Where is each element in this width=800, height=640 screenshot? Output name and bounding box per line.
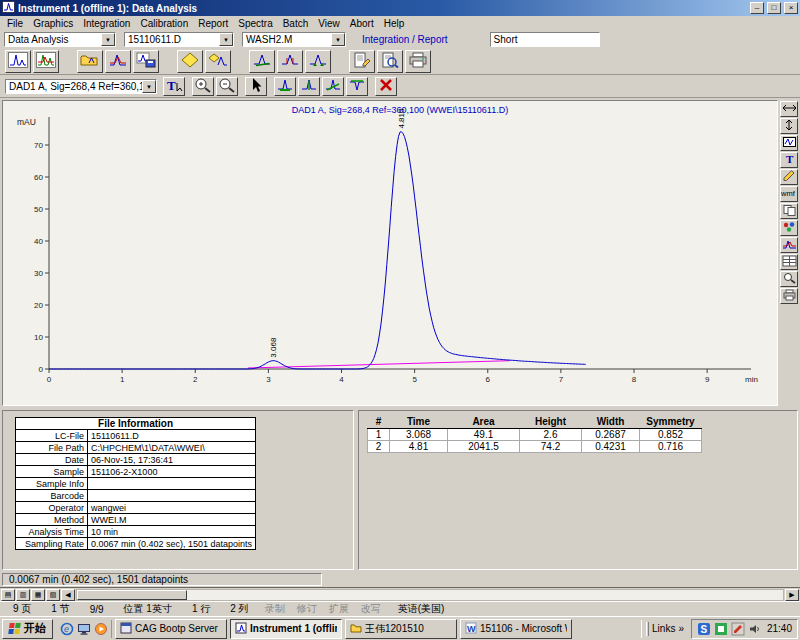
scrollbar-thumb[interactable] bbox=[77, 590, 187, 600]
method-selector[interactable]: WASH2.M ▼ bbox=[242, 32, 346, 47]
word-icon: W bbox=[465, 622, 477, 636]
table-row[interactable]: 13.06849.12.60.26870.852 bbox=[368, 428, 702, 440]
task-button[interactable]: 王伟1201510 bbox=[345, 619, 457, 639]
full-scale-button[interactable] bbox=[780, 135, 798, 151]
scroll-right-icon[interactable]: ▶ bbox=[785, 589, 799, 601]
menu-help[interactable]: Help bbox=[379, 18, 410, 29]
zoom-out-button[interactable] bbox=[216, 77, 238, 96]
word-status-toggle[interactable]: 录制 bbox=[260, 602, 290, 616]
report-style-field[interactable]: Short bbox=[490, 32, 600, 47]
menu-graphics[interactable]: Graphics bbox=[28, 18, 78, 29]
negative-peak-button[interactable] bbox=[346, 77, 368, 96]
palette-button[interactable] bbox=[780, 220, 798, 236]
word-scrollbar-strip: ▤ ▥ ▦ ▧ ◀ ▶ bbox=[0, 587, 800, 601]
word-status-item: 1 行 bbox=[183, 602, 219, 616]
chromatogram-chart[interactable]: DAD1 A, Sig=268,4 Ref=360,100 (WWEI\1511… bbox=[3, 101, 777, 406]
media-quicklaunch-icon[interactable] bbox=[93, 621, 108, 636]
menu-batch[interactable]: Batch bbox=[278, 18, 314, 29]
load-signal-button[interactable] bbox=[77, 50, 103, 73]
baseline-tool-button[interactable] bbox=[274, 77, 296, 96]
word-print-view-button[interactable]: ▦ bbox=[31, 589, 45, 601]
preview-report-button[interactable] bbox=[377, 50, 403, 73]
manual-events-button[interactable] bbox=[205, 50, 231, 73]
chevron-down-icon[interactable]: ▼ bbox=[331, 33, 345, 46]
word-status-toggle[interactable]: 改写 bbox=[356, 602, 386, 616]
task-button[interactable]: CAG Bootp Server bbox=[115, 619, 227, 639]
tangent-skim-button[interactable] bbox=[322, 77, 344, 96]
chromatogram-svg[interactable]: DAD1 A, Sig=268,4 Ref=360,100 (WWEI\1511… bbox=[3, 101, 775, 405]
menu-integration[interactable]: Integration bbox=[78, 18, 135, 29]
chevron-down-icon[interactable]: ▼ bbox=[142, 80, 156, 93]
file-info-row: Sampling Rate0.0067 min (0.402 sec), 150… bbox=[16, 538, 256, 550]
menu-spectra[interactable]: Spectra bbox=[233, 18, 277, 29]
magnify-button[interactable] bbox=[780, 271, 798, 287]
word-web-view-button[interactable]: ▥ bbox=[16, 589, 30, 601]
word-status-item: 9 页 bbox=[4, 602, 40, 616]
compare-signals-button[interactable] bbox=[780, 237, 798, 253]
menu-view[interactable]: View bbox=[313, 18, 345, 29]
word-status-toggle[interactable]: 修订 bbox=[292, 602, 322, 616]
integration-events-button[interactable] bbox=[177, 50, 203, 73]
signal-window-button[interactable] bbox=[5, 50, 31, 73]
datafile-selector[interactable]: 15110611.D ▼ bbox=[124, 32, 234, 47]
show-desktop-icon[interactable] bbox=[76, 621, 91, 636]
links-toolbar[interactable]: Links » bbox=[641, 620, 688, 638]
pointer-button[interactable] bbox=[245, 77, 267, 96]
annotate-button[interactable]: T bbox=[163, 77, 185, 96]
expand-y-button[interactable] bbox=[780, 118, 798, 134]
tabulate-button[interactable] bbox=[780, 254, 798, 270]
menu-calibration[interactable]: Calibration bbox=[135, 18, 193, 29]
maximize-button[interactable]: □ bbox=[767, 2, 781, 14]
sogou-tray-icon[interactable]: S bbox=[697, 622, 711, 636]
drop-line-button[interactable] bbox=[298, 77, 320, 96]
scroll-left-icon[interactable]: ◀ bbox=[61, 589, 75, 601]
expand-x-button[interactable] bbox=[780, 101, 798, 117]
spectra-window-button[interactable] bbox=[33, 50, 59, 73]
print-window-button[interactable] bbox=[780, 288, 798, 304]
signal-selector[interactable]: DAD1 A, Sig=268,4 Ref=360,100 ▼ bbox=[5, 79, 157, 94]
graphics-toolbar: Twmf bbox=[778, 98, 800, 408]
print-report-button[interactable] bbox=[405, 50, 431, 73]
file-info-row: Barcode bbox=[16, 490, 256, 502]
main-area: DAD1 A, Sig=268,4 Ref=360,100 (WWEI\1511… bbox=[0, 98, 800, 408]
pen-tray-icon[interactable] bbox=[731, 622, 745, 636]
word-status-toggle[interactable]: 扩展 bbox=[324, 602, 354, 616]
toolbar-grip-icon[interactable] bbox=[646, 622, 649, 636]
zoom-in-button[interactable] bbox=[192, 77, 214, 96]
minimize-button[interactable]: – bbox=[750, 2, 764, 14]
chevron-right-icon[interactable]: » bbox=[678, 623, 684, 634]
delete-peak-button[interactable] bbox=[375, 77, 397, 96]
specify-report-button[interactable] bbox=[349, 50, 375, 73]
menu-file[interactable]: File bbox=[2, 18, 28, 29]
export-signal-button[interactable] bbox=[133, 50, 159, 73]
word-normal-view-button[interactable]: ▤ bbox=[1, 589, 15, 601]
input-method-tray-icon[interactable] bbox=[714, 622, 728, 636]
word-outline-view-button[interactable]: ▧ bbox=[46, 589, 60, 601]
copy-button[interactable] bbox=[780, 203, 798, 219]
results-cell: 3.068 bbox=[390, 428, 448, 440]
chevron-down-icon[interactable]: ▼ bbox=[101, 33, 115, 46]
wmf-export-button[interactable]: wmf bbox=[780, 186, 798, 202]
integrate-button[interactable] bbox=[249, 50, 275, 73]
overlay-signal-button[interactable] bbox=[105, 50, 131, 73]
close-button[interactable]: × bbox=[784, 2, 798, 14]
task-button[interactable]: Instrument 1 (offline 1): ... bbox=[230, 619, 342, 639]
ie-quicklaunch-icon[interactable]: e bbox=[59, 621, 74, 636]
volume-tray-icon[interactable] bbox=[748, 622, 762, 636]
menu-report[interactable]: Report bbox=[193, 18, 233, 29]
menu-abort[interactable]: Abort bbox=[345, 18, 379, 29]
table-row[interactable]: 24.812041.574.20.42310.716 bbox=[368, 440, 702, 452]
pencil-button[interactable] bbox=[780, 169, 798, 185]
auto-integrate-button[interactable] bbox=[277, 50, 303, 73]
results-header-width: Width bbox=[582, 415, 640, 428]
chevron-down-icon[interactable]: ▼ bbox=[219, 33, 233, 46]
signal-tool-group bbox=[375, 77, 397, 96]
horizontal-scrollbar[interactable] bbox=[76, 589, 784, 601]
copy-events-button[interactable] bbox=[305, 50, 331, 73]
start-button[interactable]: 开始 bbox=[2, 619, 53, 639]
task-button[interactable]: W151106 - Microsoft Word bbox=[460, 619, 572, 639]
text-annotation-button[interactable]: T bbox=[780, 152, 798, 168]
view-selector[interactable]: Data Analysis ▼ bbox=[4, 32, 116, 47]
main-toolbar bbox=[0, 48, 800, 75]
svg-text:60: 60 bbox=[34, 173, 43, 182]
